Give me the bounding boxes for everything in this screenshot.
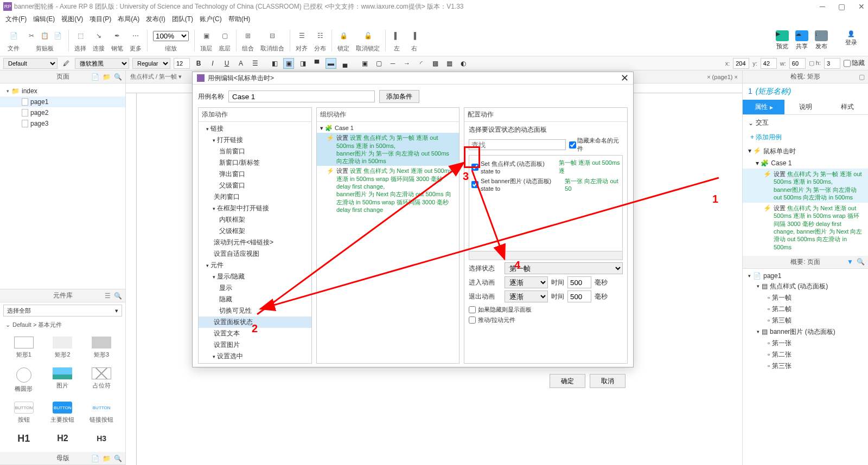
lib-button[interactable]: BUTTON按钮 <box>5 398 42 427</box>
action-在框架中打开链接[interactable]: ▾ 在框架中打开链接 <box>199 203 311 214</box>
hidden-checkbox[interactable] <box>844 58 851 69</box>
lib-h3[interactable]: H3 <box>83 429 120 450</box>
action-当前窗口[interactable]: 当前窗口 <box>199 146 311 157</box>
copy-icon[interactable]: 📋 <box>39 30 50 41</box>
color-icon[interactable]: A <box>235 58 246 69</box>
search-icon[interactable]: 🔍 <box>114 73 122 81</box>
ix-event[interactable]: ▾ ⚡鼠标单击时 <box>743 145 868 158</box>
preview-button[interactable]: ▶预览 <box>776 30 789 50</box>
action-打开链接[interactable]: ▾ 打开链接 <box>199 134 311 146</box>
action-隐藏[interactable]: 隐藏 <box>199 294 311 305</box>
halign-left-icon[interactable]: ◧ <box>269 58 280 69</box>
paste-icon[interactable]: 📄 <box>52 30 63 41</box>
menu-team[interactable]: 团队(T) <box>170 14 195 25</box>
action-设置面板状态[interactable]: 设置面板状态 <box>199 317 311 328</box>
distribute-icon[interactable]: ☷ <box>315 30 326 41</box>
anim-in-time[interactable] <box>567 276 591 288</box>
lib-h2[interactable]: H2 <box>44 429 81 450</box>
border-icon[interactable]: ▢ <box>373 58 384 69</box>
action-关闭窗口[interactable]: 关闭窗口 <box>199 191 311 203</box>
outline-第二张[interactable]: ▫ 第二张 <box>743 349 868 360</box>
front-icon[interactable]: ▣ <box>201 30 212 41</box>
ix-action2[interactable]: ⚡设置 焦点样式 为 Next 逐渐 out 500ms 逐渐 in 500ms… <box>743 203 868 253</box>
minimize-icon[interactable]: ─ <box>820 2 825 11</box>
tree-page2[interactable]: page2 <box>0 107 125 118</box>
arrow-icon[interactable]: → <box>401 58 412 69</box>
target-row-1[interactable]: Set 焦点样式 (动态面板) state to 第一帧 逐渐 out 500m… <box>471 158 620 176</box>
w-input[interactable] <box>789 58 806 69</box>
dialog-close-icon[interactable]: ✕ <box>621 72 629 84</box>
lib-h1[interactable]: H1 <box>5 429 42 450</box>
action-滚动到元件<锚链接>[interactable]: 滚动到元件<锚链接> <box>199 237 311 248</box>
action-内联框架[interactable]: 内联框架 <box>199 214 311 225</box>
outline-焦点样式 (动态面板)[interactable]: ▾ ▤ 焦点样式 (动态面板) <box>743 281 868 292</box>
valign-top-icon[interactable]: ▀ <box>311 58 322 69</box>
library-group[interactable]: ⌄Default > 基本元件 <box>0 319 125 331</box>
hscroll[interactable] <box>469 251 623 260</box>
col2-action2[interactable]: ⚡设置 设置 焦点样式 为 Next 逐渐 out 500ms 逐渐 in 50… <box>317 166 459 215</box>
publish-button[interactable]: ↓发布 <box>815 30 828 50</box>
weight-select[interactable]: Regular <box>132 58 170 69</box>
halign-center-icon[interactable]: ▣ <box>283 58 294 69</box>
outline-第三张[interactable]: ▫ 第三张 <box>743 360 868 372</box>
target2-checkbox[interactable] <box>471 181 478 188</box>
more-icon[interactable]: ⋯ <box>130 30 141 41</box>
action-弹出窗口[interactable]: 弹出窗口 <box>199 169 311 180</box>
fill-icon[interactable]: ▣ <box>359 58 370 69</box>
menu-file[interactable]: 文件(F) <box>3 14 29 25</box>
outline-第一张[interactable]: ▫ 第一张 <box>743 338 868 349</box>
valign-bot-icon[interactable]: ▄ <box>340 58 350 69</box>
action-元件[interactable]: ▾ 元件 <box>199 260 311 271</box>
tab-notes[interactable]: 说明 <box>784 100 826 114</box>
overview-search-icon[interactable]: 🔍 <box>857 258 865 266</box>
add-condition-button[interactable]: 添加条件 <box>379 90 419 103</box>
style-preset-select[interactable]: Default <box>3 58 58 69</box>
style-pick-icon[interactable]: 🖉 <box>61 58 72 69</box>
ungroup-icon[interactable]: ⊟ <box>267 30 278 41</box>
action-链接[interactable]: ▾ 链接 <box>199 123 311 134</box>
menu-edit[interactable]: 编辑(E) <box>31 14 57 25</box>
new-file-icon[interactable]: 📄 <box>8 30 19 41</box>
outline-第三帧[interactable]: ▫ 第三帧 <box>743 315 868 326</box>
font-select[interactable]: 微软雅黑 <box>75 58 129 69</box>
master-search-icon[interactable]: 🔍 <box>114 455 122 462</box>
action-切换可见性[interactable]: 切换可见性 <box>199 305 311 317</box>
align-icon[interactable]: ☰ <box>296 30 307 41</box>
unlock-icon[interactable]: 🔓 <box>362 30 373 41</box>
filter-icon[interactable]: ▼ <box>847 258 853 266</box>
library-select[interactable]: 选择全部▾ <box>3 305 122 317</box>
outline-第一帧[interactable]: ▫ 第一帧 <box>743 292 868 303</box>
inspect-collapse-icon[interactable]: ▢ <box>859 73 865 81</box>
show-if-hidden-checkbox[interactable] <box>469 306 476 313</box>
ix-case[interactable]: ▾ 🧩Case 1 <box>743 158 868 169</box>
valign-mid-icon[interactable]: ▬ <box>326 58 336 69</box>
lib-image[interactable]: 图片 <box>44 364 81 396</box>
lib-menu-icon[interactable]: ☰ <box>105 292 111 300</box>
close-icon[interactable]: ✕ <box>858 2 865 11</box>
maximize-icon[interactable]: ▢ <box>838 2 845 11</box>
bold-icon[interactable]: B <box>193 58 204 69</box>
shape-name[interactable]: 1(矩形名称) <box>743 83 868 100</box>
align-left-icon[interactable]: ▌ <box>391 30 402 41</box>
action-显示[interactable]: 显示 <box>199 282 311 294</box>
action-新窗口/新标签[interactable]: 新窗口/新标签 <box>199 157 311 169</box>
ix-action1[interactable]: ⚡设置 焦点样式 为 第一帧 逐渐 out 500ms 逐渐 in 500ms,… <box>743 169 868 203</box>
add-page-icon[interactable]: 📄 <box>91 73 99 81</box>
back-icon[interactable]: ▢ <box>219 30 230 41</box>
case-name-input[interactable] <box>228 91 375 102</box>
shadow2-icon[interactable]: ▦ <box>444 58 455 69</box>
menu-layout[interactable]: 布局(A) <box>116 14 142 25</box>
outline-page1[interactable]: ▾ 📄 page1 <box>743 271 868 281</box>
cut-icon[interactable]: ✂ <box>26 30 37 41</box>
action-设置自适应视图[interactable]: 设置自适应视图 <box>199 248 311 260</box>
target-row-2[interactable]: Set banner图片 (动态面板) state to 第一张 向左滑动 ou… <box>471 176 620 193</box>
outline-第二帧[interactable]: ▫ 第二帧 <box>743 303 868 315</box>
add-folder-icon[interactable]: 📁 <box>103 73 111 81</box>
add-master-folder-icon[interactable]: 📁 <box>103 455 111 462</box>
tree-root[interactable]: ▾📁index <box>0 86 125 96</box>
y-input[interactable] <box>761 58 777 69</box>
tab-style[interactable]: 样式 <box>826 100 868 114</box>
lib-link-button[interactable]: BUTTON链接按钮 <box>83 398 120 427</box>
action-显示/隐藏[interactable]: ▾ 显示/隐藏 <box>199 271 311 282</box>
push-pull-checkbox[interactable] <box>469 317 476 324</box>
